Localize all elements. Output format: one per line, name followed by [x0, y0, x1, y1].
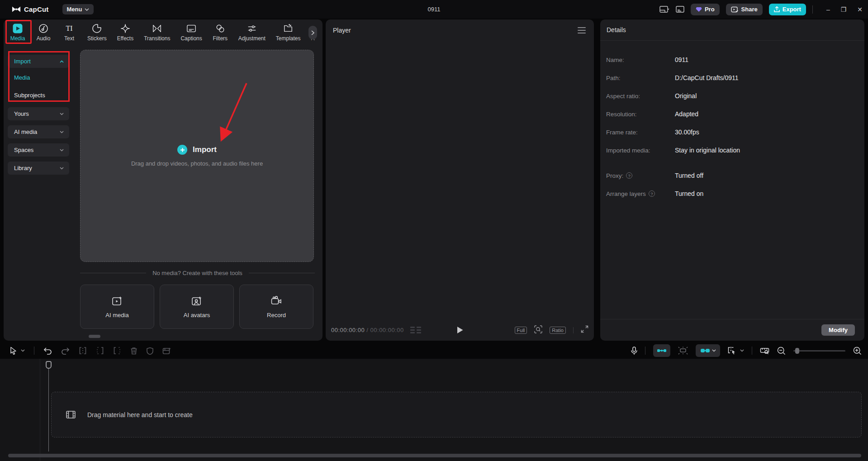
toolbar-divider	[645, 347, 645, 355]
timecode-separator: /	[366, 327, 370, 333]
trim-right-button[interactable]	[113, 347, 121, 354]
adapt-timeline-button[interactable]	[760, 347, 769, 355]
pro-button[interactable]: Pro	[691, 4, 720, 15]
share-icon	[731, 6, 739, 13]
menu-button[interactable]: Menu	[62, 4, 94, 14]
ai-avatars-icon	[191, 295, 203, 307]
timeline-area[interactable]: Drag material here and start to create	[0, 359, 868, 461]
panel-layout-icon[interactable]	[676, 6, 684, 13]
media-horizontal-scrollbar[interactable]	[89, 335, 100, 338]
tab-label: Text	[64, 35, 74, 42]
sidebar-group-ai-media[interactable]: AI media	[8, 125, 69, 138]
tab-effects[interactable]: Effects	[117, 23, 133, 42]
tab-label: Captions	[180, 35, 202, 42]
zoom-out-button[interactable]	[777, 347, 786, 355]
titlebar-divider	[812, 5, 813, 14]
tab-adjustment[interactable]: Adjustment	[238, 23, 266, 42]
track-head-divider	[40, 359, 40, 461]
tab-media[interactable]: Media	[10, 23, 25, 42]
tab-captions[interactable]: Captions	[180, 23, 202, 42]
delete-button[interactable]	[130, 347, 138, 355]
tab-label: Templates	[276, 35, 301, 42]
extract-clip-button[interactable]	[162, 347, 171, 355]
export-button[interactable]: Export	[769, 4, 806, 15]
export-label: Export	[783, 6, 801, 13]
sidebar-group-spaces[interactable]: Spaces	[8, 143, 69, 157]
help-icon[interactable]: ?	[626, 172, 632, 179]
import-dropzone[interactable]: Import Drag and drop videos, photos, and…	[80, 50, 314, 262]
field-aspect-ratio: Aspect ratio: Original	[606, 87, 864, 105]
timeline-zoom-slider[interactable]	[793, 350, 845, 352]
tab-templates[interactable]: Templates	[276, 23, 301, 42]
ai-media-card[interactable]: AI media	[80, 285, 154, 329]
main-track-magnet-icon[interactable]	[678, 347, 688, 355]
tab-text[interactable]: TI Text	[62, 23, 77, 42]
import-action[interactable]: Import	[177, 145, 217, 155]
pro-label: Pro	[705, 6, 715, 13]
sidebar-item-subprojects[interactable]: Subprojects	[8, 89, 69, 102]
filters-icon	[215, 23, 225, 34]
field-imported-media: Imported media: Stay in original locatio…	[606, 141, 864, 159]
chevron-right-icon	[311, 30, 314, 35]
create-tools-heading: No media? Create with these tools	[72, 270, 323, 276]
field-label: Arrange layers ?	[606, 190, 675, 197]
share-button[interactable]: Share	[726, 4, 763, 15]
minimize-button[interactable]: –	[826, 6, 830, 13]
current-time: 00:00:00:00	[331, 327, 365, 333]
zoom-in-button[interactable]	[853, 347, 862, 355]
voiceover-mic-button[interactable]	[631, 347, 637, 355]
timeline-drop-hint: Drag material here and start to create	[87, 411, 193, 418]
full-view-button[interactable]: Full	[515, 327, 527, 334]
field-value: 30.00fps	[675, 128, 699, 136]
share-label: Share	[741, 6, 758, 13]
maximize-button[interactable]: ❐	[841, 6, 847, 13]
tab-stickers[interactable]: Stickers	[87, 23, 107, 42]
close-button[interactable]: ✕	[857, 6, 863, 13]
trim-left-button[interactable]	[96, 347, 104, 354]
field-path: Path: D:/CapCut Drafts/0911	[606, 69, 864, 87]
card-label: AI media	[105, 312, 128, 318]
help-icon[interactable]: ?	[649, 190, 655, 197]
redo-button[interactable]	[61, 347, 70, 355]
chevron-down-icon	[85, 8, 89, 11]
undo-button[interactable]	[43, 347, 52, 355]
sidebar-group-library[interactable]: Library	[8, 162, 69, 175]
layout-switch-icon[interactable]	[659, 6, 669, 13]
play-button[interactable]	[456, 326, 463, 334]
chevron-down-icon	[60, 131, 64, 133]
templates-icon	[283, 23, 293, 34]
tab-transitions[interactable]: Transitions	[144, 23, 170, 42]
field-value: Original	[675, 92, 697, 100]
zoom-slider-handle[interactable]	[795, 348, 799, 354]
zoom-fit-icon[interactable]	[534, 325, 542, 335]
select-tool-button[interactable]	[10, 347, 25, 355]
tab-label: Filters	[213, 35, 228, 42]
playhead-line	[48, 369, 49, 451]
sidebar-item-label: Spaces	[14, 147, 33, 153]
tabs-overflow-button[interactable]	[308, 26, 317, 39]
brand-text: CapCut	[24, 5, 49, 13]
preview-axis-button[interactable]	[728, 347, 744, 355]
ratio-button[interactable]: Ratio	[550, 327, 566, 334]
sidebar-item-import[interactable]: Import	[8, 55, 69, 68]
tab-audio[interactable]: Audio	[36, 23, 51, 42]
chevron-down-icon	[60, 113, 64, 115]
ai-avatars-card[interactable]: AI avatars	[160, 285, 234, 329]
auto-snap-button[interactable]	[653, 344, 670, 357]
link-clips-button[interactable]	[696, 344, 720, 357]
ai-media-icon	[111, 295, 123, 307]
tab-filters[interactable]: Filters	[213, 23, 228, 42]
timeline-dropzone[interactable]: Drag material here and start to create	[51, 392, 862, 437]
player-menu-icon[interactable]	[578, 27, 586, 33]
sidebar-item-media[interactable]: Media	[8, 71, 69, 84]
capcut-logo-icon	[12, 6, 21, 13]
effects-icon	[120, 23, 130, 34]
record-card[interactable]: Record	[239, 285, 313, 329]
timeline-horizontal-scrollbar[interactable]	[8, 454, 861, 457]
modify-button[interactable]: Modify	[821, 324, 855, 336]
mask-button[interactable]	[147, 347, 153, 355]
fullscreen-icon[interactable]	[581, 325, 588, 335]
split-button[interactable]	[79, 347, 87, 354]
playhead-handle[interactable]	[46, 361, 52, 369]
sidebar-group-yours[interactable]: Yours	[8, 107, 69, 120]
